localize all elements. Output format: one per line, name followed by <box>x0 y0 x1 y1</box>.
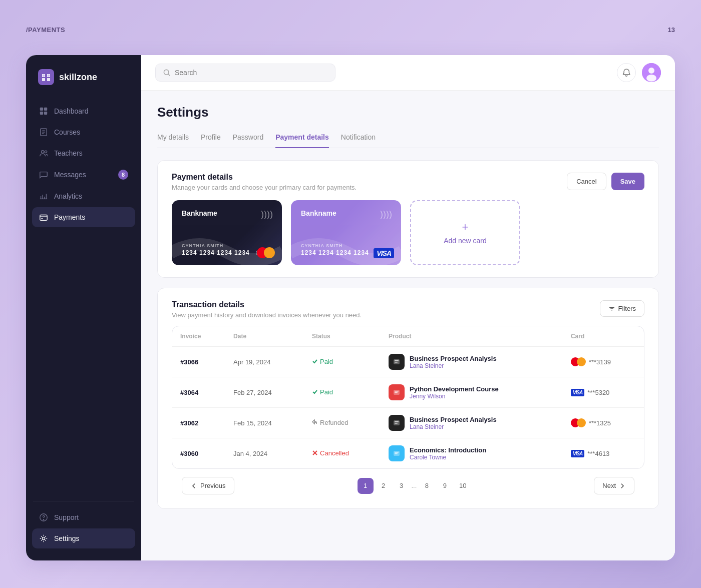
svg-rect-18 <box>40 215 47 221</box>
sidebar-item-messages[interactable]: Messages 8 <box>32 164 135 185</box>
sidebar-item-analytics[interactable]: Analytics <box>32 186 135 206</box>
next-button[interactable]: Next <box>594 477 634 494</box>
sidebar-logo: skillzone <box>26 69 141 101</box>
filters-button[interactable]: Filters <box>600 300 644 317</box>
next-label: Next <box>602 482 616 489</box>
save-button[interactable]: Save <box>611 173 644 190</box>
chart-icon <box>39 192 48 201</box>
search-bar[interactable] <box>155 64 335 82</box>
search-input[interactable] <box>175 69 328 77</box>
svg-rect-6 <box>44 112 47 115</box>
sidebar-item-settings[interactable]: Settings <box>32 528 135 548</box>
product-cell: Business Prospect Analysis Lana Steiner <box>389 354 555 370</box>
sidebar-item-dashboard[interactable]: Dashboard <box>32 101 135 121</box>
page-num-8[interactable]: 8 <box>419 478 435 494</box>
table-header-row: Invoice Date Status Product Card <box>172 326 644 347</box>
sidebar-item-teachers[interactable]: Teachers <box>32 143 135 163</box>
col-invoice: Invoice <box>172 326 225 347</box>
payment-details-title: Payment details <box>172 173 357 182</box>
card2-number: 1234 1234 1234 1234 <box>301 249 369 256</box>
svg-point-23 <box>42 537 45 539</box>
page-title: Settings <box>157 105 659 120</box>
transaction-date: Jan 4, 2024 <box>233 450 267 457</box>
add-new-card-button[interactable]: + Add new card <box>410 200 520 265</box>
credit-card-visa[interactable]: Bankname )))) CYNTHIA SMITH 1234 1234 12… <box>291 200 401 265</box>
svg-point-27 <box>648 68 654 74</box>
invoice-number: #3066 <box>180 358 198 366</box>
previous-button[interactable]: Previous <box>182 477 234 494</box>
tab-notification[interactable]: Notification <box>341 129 376 148</box>
payment-details-header: Payment details Manage your cards and ch… <box>172 173 644 191</box>
tab-my-details[interactable]: My details <box>157 129 189 148</box>
svg-point-1 <box>43 75 45 77</box>
page-num-2[interactable]: 2 <box>376 478 392 494</box>
avatar[interactable] <box>642 63 661 82</box>
logo-icon <box>38 69 54 85</box>
product-teacher: Lana Steiner <box>410 362 497 369</box>
svg-point-28 <box>646 75 656 82</box>
card-badge: ***1325 <box>571 418 636 427</box>
card-type-icon: VISA <box>571 389 584 396</box>
chat-icon <box>39 170 48 179</box>
table-row: #3064 Feb 27, 2024 Paid Python Developme… <box>172 377 644 408</box>
filters-label: Filters <box>618 305 636 312</box>
product-icon <box>389 415 405 431</box>
page-numbers: 123...8910 <box>358 478 471 494</box>
arrow-left-icon <box>190 482 197 489</box>
cancel-button[interactable]: Cancel <box>567 173 606 190</box>
tab-profile[interactable]: Profile <box>201 129 221 148</box>
page-content: Settings My details Profile Password Pay… <box>141 91 675 560</box>
product-name: Business Prospect Analysis <box>410 355 497 362</box>
book-icon <box>39 128 48 137</box>
sidebar: skillzone Dashboard <box>26 55 141 560</box>
transaction-title: Transaction details <box>172 300 362 309</box>
tab-password[interactable]: Password <box>233 129 263 148</box>
product-icon <box>389 445 405 461</box>
card1-number: 1234 1234 1234 1234 <box>182 249 250 256</box>
svg-rect-0 <box>38 69 54 85</box>
page-num-10[interactable]: 10 <box>455 478 471 494</box>
svg-point-2 <box>48 75 50 77</box>
card1-logo <box>257 247 275 258</box>
sidebar-item-support[interactable]: Support <box>32 507 135 527</box>
transaction-date: Apr 19, 2024 <box>233 358 270 366</box>
page-breadcrumb: /PAYMENTS <box>26 26 65 34</box>
card2-holder: CYNTHIA SMITH <box>301 243 389 248</box>
product-info: Economics: Introduction Carole Towne <box>410 446 486 461</box>
col-product: Product <box>381 326 563 347</box>
status-badge: Paid <box>312 358 333 365</box>
grid-icon <box>39 107 48 116</box>
main-content: Settings My details Profile Password Pay… <box>141 55 675 560</box>
tab-payment-details[interactable]: Payment details <box>275 129 329 148</box>
header-actions <box>617 63 661 82</box>
sidebar-nav: Dashboard Courses <box>26 101 141 495</box>
page-num-9[interactable]: 9 <box>437 478 453 494</box>
page-num-1[interactable]: 1 <box>358 478 374 494</box>
svg-rect-34 <box>395 362 398 363</box>
sidebar-item-messages-label: Messages <box>54 171 86 179</box>
svg-rect-40 <box>395 423 398 424</box>
card-number-end: ***5320 <box>587 389 609 396</box>
sidebar-item-payments[interactable]: Payments <box>32 207 135 227</box>
sidebar-item-settings-label: Settings <box>54 534 80 542</box>
product-icon <box>389 384 405 400</box>
card-type-icon <box>571 357 586 366</box>
invoice-number: #3064 <box>180 389 198 396</box>
svg-point-22 <box>43 519 44 520</box>
card-icon <box>39 213 48 222</box>
sidebar-item-analytics-label: Analytics <box>54 192 82 200</box>
credit-card-mastercard[interactable]: Bankname )))) CYNTHIA SMITH 1234 1234 12… <box>172 200 282 265</box>
sidebar-item-support-label: Support <box>54 513 79 521</box>
product-teacher: Jenny Wilson <box>410 393 499 400</box>
search-icon <box>163 69 171 77</box>
card-number-end: ***1325 <box>589 419 611 427</box>
pagination: Previous 123...8910 Next <box>172 469 644 496</box>
card-type-icon: VISA <box>571 450 584 457</box>
svg-point-12 <box>45 151 47 153</box>
sidebar-item-courses[interactable]: Courses <box>32 122 135 142</box>
sidebar-item-teachers-label: Teachers <box>54 149 83 157</box>
notification-bell-button[interactable] <box>617 63 636 82</box>
product-icon <box>389 354 405 370</box>
page-num-3[interactable]: 3 <box>394 478 410 494</box>
payment-details-info: Payment details Manage your cards and ch… <box>172 173 357 191</box>
